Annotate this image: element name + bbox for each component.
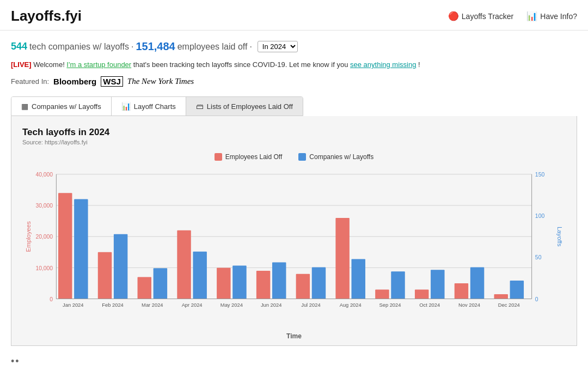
svg-rect-28: [217, 268, 230, 299]
companies-count: 544: [11, 41, 27, 52]
separator: ·: [131, 42, 133, 52]
svg-rect-31: [256, 271, 270, 299]
svg-rect-16: [58, 193, 72, 299]
chart-x-label: Time: [22, 332, 566, 340]
legend-companies-box: [298, 153, 306, 161]
header-nav: 🔴 Layoffs Tracker 📊 Have Info?: [448, 11, 577, 21]
chart-container: Tech layoffs in 2024 Source: https://lay…: [11, 116, 577, 346]
svg-text:Jun 2024: Jun 2024: [261, 302, 281, 308]
bloomberg-pub: Bloomberg: [53, 77, 96, 86]
svg-rect-49: [494, 294, 507, 299]
nyt-pub: The New York Times: [127, 77, 194, 86]
svg-text:30,000: 30,000: [35, 203, 53, 209]
featured-line: Featured In: Bloomberg WSJ The New York …: [11, 76, 577, 87]
svg-rect-23: [154, 268, 167, 299]
svg-rect-46: [455, 283, 468, 299]
svg-rect-32: [272, 262, 286, 299]
svg-rect-50: [510, 281, 524, 299]
svg-text:0: 0: [50, 296, 53, 302]
svg-rect-37: [335, 218, 349, 299]
founder-link[interactable]: I'm a startup founder: [66, 60, 131, 69]
svg-rect-22: [138, 277, 151, 299]
legend-employees: Employees Laid Off: [215, 153, 283, 161]
svg-rect-17: [74, 199, 88, 299]
employees-count: 151,484: [136, 40, 175, 53]
tracker-label: Layoffs Tracker: [462, 12, 513, 21]
svg-text:Nov 2024: Nov 2024: [458, 302, 480, 308]
employees-label: employees laid off: [177, 42, 248, 52]
info-icon: 📊: [526, 11, 537, 21]
live-tag: [LIVE]: [11, 60, 32, 69]
logo: Layoffs.fyi: [11, 8, 82, 25]
svg-text:50: 50: [535, 254, 542, 260]
layoffs-tracker-link[interactable]: 🔴 Layoffs Tracker: [448, 11, 513, 21]
have-info-link[interactable]: 📊 Have Info?: [526, 11, 577, 21]
chart-legend: Employees Laid Off Companies w/ Layoffs: [22, 153, 566, 161]
svg-rect-47: [470, 268, 484, 299]
svg-text:Mar 2024: Mar 2024: [142, 302, 163, 308]
svg-text:Jul 2024: Jul 2024: [301, 302, 320, 308]
charts-tab-label: Layoff Charts: [134, 102, 176, 111]
svg-rect-40: [375, 289, 389, 299]
tracker-icon: 🔴: [448, 11, 459, 21]
svg-text:Aug 2024: Aug 2024: [340, 302, 362, 308]
svg-rect-19: [98, 252, 112, 299]
lists-tab-icon: 🗃: [196, 102, 204, 111]
svg-rect-20: [114, 234, 127, 299]
missing-link[interactable]: see anything missing: [350, 60, 416, 69]
svg-text:Dec 2024: Dec 2024: [498, 302, 520, 308]
tab-lists[interactable]: 🗃 Lists of Employees Laid Off: [186, 97, 303, 116]
svg-rect-34: [296, 274, 310, 299]
svg-rect-38: [352, 259, 365, 299]
bar-chart-svg: 010,00020,00030,00040,000050100150Employ…: [22, 166, 566, 330]
svg-text:150: 150: [535, 172, 545, 178]
header: Layoffs.fyi 🔴 Layoffs Tracker 📊 Have Inf…: [0, 0, 588, 31]
svg-rect-43: [415, 289, 428, 299]
chart-source: Source: https://layoffs.fyi: [22, 139, 566, 145]
chart-title: Tech layoffs in 2024: [22, 127, 566, 138]
svg-text:Layoffs: Layoffs: [556, 227, 563, 247]
svg-text:Apr 2024: Apr 2024: [182, 302, 203, 308]
svg-rect-26: [193, 252, 206, 299]
svg-rect-25: [177, 230, 191, 299]
main-content: 544 tech companies w/ layoffs · 151,484 …: [0, 31, 588, 351]
wsj-pub: WSJ: [101, 76, 123, 87]
bottom-dots: ••: [0, 351, 588, 372]
stats-line: 544 tech companies w/ layoffs · 151,484 …: [11, 40, 577, 53]
svg-text:20,000: 20,000: [35, 234, 53, 240]
separator2: ·: [249, 42, 252, 52]
svg-rect-41: [391, 271, 405, 299]
svg-text:Feb 2024: Feb 2024: [102, 302, 123, 308]
banner-text-before: Welcome!: [33, 60, 66, 69]
banner-text-middle: that's been tracking tech layoffs since …: [133, 60, 350, 69]
companies-label: tech companies w/ layoffs: [29, 42, 129, 52]
svg-text:Sep 2024: Sep 2024: [379, 302, 401, 308]
companies-tab-label: Companies w/ Layoffs: [32, 102, 101, 111]
svg-rect-44: [431, 270, 444, 299]
svg-text:0: 0: [535, 296, 538, 302]
tab-companies[interactable]: ▦ Companies w/ Layoffs: [11, 97, 112, 116]
featured-label: Featured In:: [11, 77, 49, 86]
legend-employees-label: Employees Laid Off: [225, 153, 283, 161]
banner-text-end: !: [418, 60, 420, 69]
svg-text:40,000: 40,000: [35, 172, 53, 178]
chart-area: 010,00020,00030,00040,000050100150Employ…: [22, 166, 566, 331]
legend-companies: Companies w/ Layoffs: [298, 153, 373, 161]
svg-text:Employees: Employees: [25, 221, 32, 252]
svg-text:May 2024: May 2024: [220, 302, 243, 308]
tabs-bar: ▦ Companies w/ Layoffs 📊 Layoff Charts 🗃…: [11, 96, 303, 116]
tab-charts[interactable]: 📊 Layoff Charts: [112, 97, 186, 116]
lists-tab-label: Lists of Employees Laid Off: [207, 102, 293, 111]
svg-rect-35: [312, 268, 326, 299]
year-select[interactable]: In 2024 In 2023 In 2022: [258, 41, 298, 52]
svg-text:Jan 2024: Jan 2024: [63, 302, 83, 308]
svg-text:10,000: 10,000: [35, 265, 53, 271]
svg-rect-29: [232, 266, 246, 299]
charts-tab-icon: 📊: [121, 102, 131, 111]
svg-text:Oct 2024: Oct 2024: [419, 302, 440, 308]
companies-tab-icon: ▦: [21, 102, 28, 111]
legend-employees-box: [215, 153, 222, 161]
legend-companies-label: Companies w/ Layoffs: [309, 153, 373, 161]
svg-text:100: 100: [535, 213, 545, 219]
live-banner: [LIVE] Welcome! I'm a startup founder th…: [11, 60, 577, 69]
